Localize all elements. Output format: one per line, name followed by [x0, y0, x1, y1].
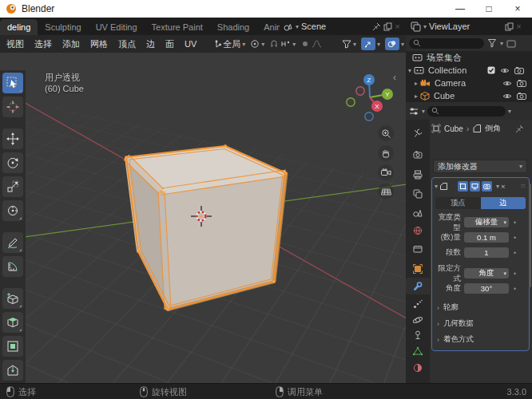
menu-view[interactable]: 视图 [6, 38, 24, 50]
new-collection-icon[interactable] [506, 39, 516, 48]
overlays-icon[interactable] [385, 38, 399, 50]
outliner-row-camera[interactable]: ▸ Camera [406, 77, 532, 89]
pivot-point[interactable]: ▾ [250, 39, 264, 49]
menu-uv[interactable]: UV [185, 39, 197, 49]
tab-view-layer[interactable] [406, 185, 430, 202]
sidebar-collapse-icon[interactable]: ‹ [393, 72, 396, 83]
pin-icon[interactable] [372, 22, 381, 31]
menu-add[interactable]: 添加 [62, 38, 80, 50]
breadcrumb-object[interactable]: Cube [444, 124, 463, 133]
tool-select-box[interactable] [2, 73, 23, 93]
tool-inset-faces[interactable] [2, 336, 23, 357]
outliner-row-collection[interactable]: ▾ Collection [406, 64, 532, 77]
tab-object-data[interactable] [406, 342, 430, 359]
breadcrumb-modifier[interactable]: 倒角 [485, 123, 501, 134]
visibility-dropdown-icon[interactable]: ▾ [353, 41, 356, 48]
tab-animation[interactable]: Animation [256, 19, 280, 35]
collection-expand-icon[interactable]: ▾ [406, 67, 414, 74]
modifier-expand-icon[interactable]: ▾ [435, 183, 438, 190]
tool-scale[interactable] [2, 176, 23, 197]
animate-dot[interactable]: • [514, 219, 516, 227]
menu-mesh[interactable]: 网格 [90, 38, 108, 50]
animate-dot[interactable]: • [514, 249, 516, 257]
gizmo-dropdown-icon[interactable]: ▾ [377, 41, 380, 48]
tab-scene[interactable] [406, 203, 430, 220]
add-modifier-button[interactable]: 添加修改器 ▾ [433, 160, 527, 173]
tool-measure[interactable] [2, 256, 23, 277]
edit-mode-display-toggle[interactable] [458, 181, 468, 192]
minimize-button[interactable]: — [446, 0, 474, 18]
cube-label[interactable]: Cube [434, 91, 455, 101]
pivot-dropdown-icon[interactable]: ▾ [261, 41, 264, 48]
scene-collection-label[interactable]: 场景集合 [427, 52, 462, 64]
tab-world[interactable] [406, 222, 430, 239]
pan-hand-button[interactable] [378, 145, 394, 161]
collection-label[interactable]: Collection [428, 65, 466, 75]
menu-select[interactable]: 选择 [34, 38, 52, 50]
checkbox-checked-icon[interactable] [487, 66, 495, 74]
properties-search-input[interactable] [427, 106, 506, 117]
outliner-row-cube[interactable]: ▸ Cube [406, 89, 532, 102]
tool-transform[interactable] [2, 200, 23, 221]
zoom-button[interactable] [378, 125, 394, 141]
scene-name[interactable]: Scene [301, 22, 326, 31]
animate-dot[interactable]: • [514, 270, 516, 278]
tab-modifiers[interactable] [406, 278, 430, 294]
camera-label[interactable]: Camera [435, 78, 466, 88]
tab-sculpting[interactable]: Sculpting [38, 19, 88, 35]
scene-selector[interactable]: ▾ Scene × [283, 18, 400, 35]
snap-dropdown-icon[interactable]: ▾ [292, 41, 296, 48]
3d-viewport[interactable]: 用户透视 (60) Cube Z Y X ‹ [0, 53, 406, 383]
amount-field[interactable]: 0.1 m [464, 232, 509, 243]
tool-bevel[interactable] [2, 360, 23, 381]
tab-render[interactable] [406, 146, 430, 163]
section-shading[interactable]: › 着色方式 [437, 334, 474, 345]
tool-extrude-region[interactable] [2, 312, 23, 333]
animate-dot[interactable]: • [514, 285, 516, 293]
viewlayer-selector[interactable]: ▾ ViewLayer × [411, 18, 522, 35]
tab-particles[interactable] [406, 295, 430, 312]
modifier-delete-icon[interactable]: × [501, 182, 506, 191]
orientation-dropdown-icon[interactable]: ▾ [242, 41, 245, 48]
limit-method-dropdown[interactable]: 角度 ▾ [464, 268, 509, 279]
viewlayer-name[interactable]: ViewLayer [429, 22, 470, 31]
realtime-display-toggle[interactable] [470, 181, 480, 192]
tab-modeling[interactable]: deling [0, 19, 38, 35]
affect-vertices-tab[interactable]: 顶点 [435, 197, 481, 209]
gizmo-icon[interactable] [361, 38, 375, 50]
hide-eye-icon[interactable] [502, 93, 512, 100]
mode-vertex-select[interactable]: 顶点 [118, 38, 136, 50]
properties-options-icon[interactable]: ▾ [508, 108, 511, 115]
outliner-search-input[interactable] [409, 38, 484, 49]
render-display-toggle[interactable] [482, 181, 492, 192]
new-viewlayer-icon[interactable] [505, 22, 514, 31]
mode-face-select[interactable]: 面 [165, 38, 174, 50]
scene-dropdown-icon[interactable]: ▾ [296, 23, 299, 30]
new-scene-icon[interactable] [383, 22, 392, 31]
tab-output[interactable] [406, 166, 430, 183]
cube-expand-icon[interactable]: ▸ [412, 93, 420, 100]
properties-editor-icon[interactable] [408, 106, 419, 117]
transform-orientation[interactable]: 全局 ▾ [212, 38, 245, 50]
hide-eye-icon[interactable] [500, 67, 510, 74]
mode-edge-select[interactable]: 边 [146, 38, 155, 50]
pin-icon[interactable] [515, 124, 524, 133]
tool-annotate[interactable] [2, 232, 23, 253]
tool-add-cube[interactable] [2, 288, 23, 309]
proportional-editing-group[interactable] [300, 39, 322, 49]
editor-type-dropdown-icon[interactable]: ▾ [422, 108, 425, 115]
tab-uv-editing[interactable]: UV Editing [89, 19, 145, 35]
modifier-extras-icon[interactable]: ▾ [496, 183, 499, 190]
orthographic-toggle-button[interactable] [378, 184, 394, 200]
outliner-row-scene-collection[interactable]: 场景集合 [406, 51, 532, 64]
camera-view-button[interactable] [378, 164, 394, 180]
tab-collection[interactable] [406, 240, 430, 257]
tab-constraints[interactable] [406, 326, 430, 343]
tab-material[interactable] [406, 359, 430, 376]
show-gizmo-toggle[interactable]: ▾ [361, 38, 380, 50]
disable-render-camera-icon[interactable] [514, 66, 524, 74]
tool-rotate[interactable] [2, 152, 23, 173]
close-button[interactable]: × [503, 0, 532, 18]
angle-field[interactable]: 30° [464, 283, 509, 294]
properties-scrollbar[interactable] [529, 184, 531, 287]
